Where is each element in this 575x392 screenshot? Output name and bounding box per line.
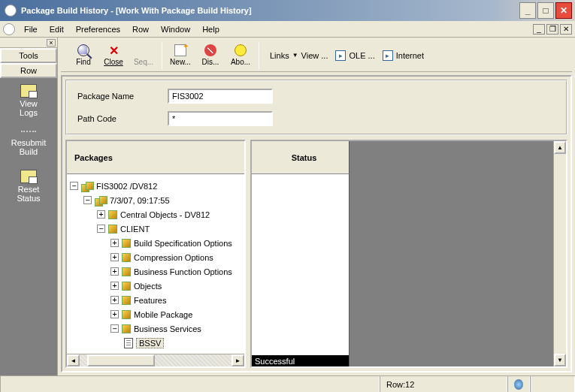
about-button[interactable]: Abo...	[225, 41, 256, 71]
sidebar-item-reset-status[interactable]: Reset Status	[17, 170, 40, 203]
menu-help[interactable]: Help	[196, 25, 225, 34]
tree-node[interactable]: Business Function Options	[134, 267, 232, 276]
expand-icon[interactable]: +	[110, 253, 119, 261]
menu-preferences[interactable]: Preferences	[70, 25, 126, 34]
path-code-label: Path Code	[77, 114, 168, 123]
collapse-icon[interactable]: −	[110, 324, 119, 333]
status-pane: Status Successful ▲ ▼	[250, 140, 567, 368]
tree-node[interactable]: Build Specification Options	[134, 239, 232, 248]
scroll-left-icon[interactable]: ◄	[67, 354, 80, 366]
expand-icon[interactable]: +	[110, 310, 119, 318]
folder-icon	[122, 310, 131, 319]
new-icon	[174, 44, 186, 56]
folder-icon	[122, 253, 131, 262]
sequence-button: Seq...	[129, 41, 159, 71]
tree-node[interactable]: Mobile Package	[134, 310, 192, 319]
folder-icon	[122, 239, 131, 248]
sidebar: × Tools Row View Logs Resubmit Build Res…	[0, 38, 58, 375]
tree-node[interactable]: Central Objects - DV812	[120, 210, 210, 219]
expand-icon[interactable]: +	[97, 210, 105, 219]
window-title: Package Build History - [Work With Packa…	[21, 6, 519, 15]
expand-icon[interactable]: +	[110, 282, 119, 290]
package-icon	[95, 196, 107, 205]
sidebar-tab-row[interactable]: Row	[0, 63, 57, 78]
menu-bar: File Edit Preferences Row Window Help _ …	[0, 21, 575, 38]
logs-icon	[20, 84, 37, 98]
minimize-button[interactable]: _	[519, 2, 536, 19]
menu-file[interactable]: File	[18, 25, 44, 34]
links-dropdown[interactable]: Links ▼ View ...	[270, 51, 328, 60]
ole-link[interactable]: ▸OLE ...	[335, 50, 374, 61]
dis-button[interactable]: Dis...	[195, 41, 225, 71]
mdi-minimize-button[interactable]: _	[533, 24, 545, 35]
title-bar: Package Build History - [Work With Packa…	[0, 0, 575, 21]
scroll-right-icon[interactable]: ►	[232, 354, 244, 366]
sidebar-close-button[interactable]: ×	[47, 39, 56, 47]
chevron-down-icon: ▼	[292, 52, 298, 59]
mdi-restore-button[interactable]: ❐	[546, 24, 558, 35]
scroll-down-icon[interactable]: ▼	[554, 354, 566, 366]
folder-icon	[108, 225, 117, 234]
ole-icon: ▸	[335, 50, 346, 61]
find-button[interactable]: Find	[68, 41, 98, 71]
folder-icon	[122, 324, 131, 333]
status-bar: Row:12	[0, 375, 575, 392]
row-indicator: Row:12	[380, 376, 507, 392]
tree-node-selected[interactable]: BSSV	[136, 338, 164, 348]
collapse-icon[interactable]: −	[70, 182, 78, 190]
sidebar-tab-tools[interactable]: Tools	[0, 48, 57, 63]
folder-icon	[122, 296, 131, 305]
collapse-icon[interactable]: −	[97, 225, 105, 233]
menu-window[interactable]: Window	[155, 25, 196, 34]
tree-node[interactable]: Features	[134, 296, 166, 305]
tree-node[interactable]: CLIENT	[120, 225, 150, 234]
status-column: Successful	[252, 174, 350, 366]
maximize-button[interactable]: □	[537, 2, 554, 19]
tree-node[interactable]: Compression Options	[134, 253, 213, 262]
packages-pane: Packages −FIS3002 /DV812 −7/3/07, 09:17:…	[65, 140, 246, 368]
internet-link[interactable]: ▸Internet	[383, 50, 424, 61]
sidebar-item-resubmit-build[interactable]: Resubmit Build	[11, 131, 46, 156]
scroll-thumb[interactable]	[87, 354, 155, 366]
tree-node[interactable]: 7/3/07, 09:17:55	[110, 196, 170, 205]
sidebar-item-view-logs[interactable]: View Logs	[20, 84, 38, 117]
document-icon	[124, 338, 133, 348]
dis-icon	[204, 44, 216, 56]
status-header: Status	[252, 141, 350, 174]
folder-icon	[122, 267, 131, 276]
expand-icon[interactable]: +	[110, 296, 119, 304]
sequence-icon	[138, 44, 150, 56]
new-button[interactable]: New...	[165, 41, 195, 71]
package-icon	[81, 182, 93, 191]
find-icon	[77, 44, 89, 56]
sidebar-item-label: Resubmit Build	[11, 138, 46, 156]
collapse-icon[interactable]: −	[83, 196, 92, 204]
globe-icon	[514, 379, 523, 390]
close-button[interactable]: ✕	[555, 2, 572, 19]
tree-node[interactable]: Objects	[134, 282, 162, 291]
vertical-scrollbar[interactable]: ▲ ▼	[553, 141, 566, 366]
packages-tree[interactable]: −FIS3002 /DV812 −7/3/07, 09:17:55 +Centr…	[67, 174, 244, 366]
path-code-input[interactable]	[168, 111, 273, 126]
toolbar-close-button[interactable]: ✕Close	[98, 41, 129, 71]
scroll-up-icon[interactable]: ▲	[554, 141, 566, 154]
package-name-input[interactable]	[168, 89, 273, 104]
menu-edit[interactable]: Edit	[44, 25, 70, 34]
expand-icon[interactable]: +	[110, 267, 119, 276]
tree-node[interactable]: Business Services	[134, 324, 201, 333]
reset-icon	[20, 170, 37, 183]
close-icon: ✕	[107, 44, 120, 56]
packages-header: Packages	[67, 141, 244, 174]
sidebar-item-label: Reset Status	[17, 185, 40, 203]
package-name-label: Package Name	[77, 92, 168, 101]
menu-row[interactable]: Row	[126, 25, 155, 34]
expand-icon[interactable]: +	[110, 239, 119, 247]
sidebar-item-label: View Logs	[20, 99, 38, 117]
document-icon	[3, 23, 15, 35]
folder-icon	[108, 210, 117, 219]
horizontal-scrollbar[interactable]: ◄ ►	[67, 354, 244, 366]
status-row[interactable]: Successful	[252, 355, 349, 366]
app-icon	[5, 5, 17, 17]
tree-node[interactable]: FIS3002 /DV812	[96, 182, 157, 191]
mdi-close-button[interactable]: ✕	[560, 24, 572, 35]
